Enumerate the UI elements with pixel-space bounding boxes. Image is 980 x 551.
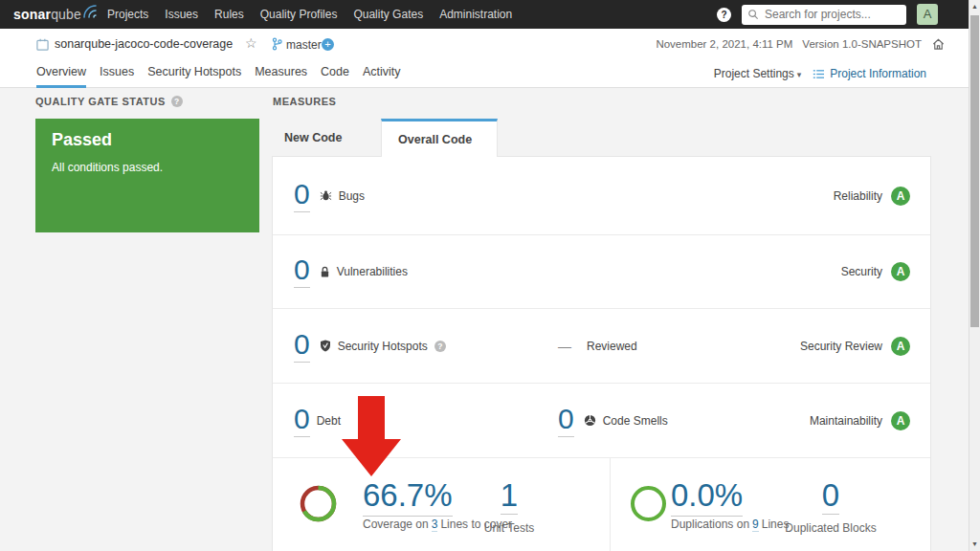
code-smells-icon xyxy=(584,414,596,427)
coverage-desc-prefix: Coverage on xyxy=(363,518,429,531)
security-review-rating: Security Review A xyxy=(800,337,910,356)
page-header: sonarqube-jacoco-code-coverage ☆ master … xyxy=(0,29,980,88)
bugs-label: Bugs xyxy=(339,189,365,203)
project-name[interactable]: sonarqube-jacoco-code-coverage xyxy=(55,37,233,51)
measure-row-security-hotspots: 0 Security Hotspots ? — Reviewed Securit… xyxy=(273,309,930,384)
tab-security-hotspots[interactable]: Security Hotspots xyxy=(147,65,241,88)
hotspots-count-link[interactable]: 0 xyxy=(294,330,310,363)
coverage-percent: 66.7% xyxy=(363,479,453,511)
tab-measures[interactable]: Measures xyxy=(255,65,307,88)
menu-projects[interactable]: Projects xyxy=(107,8,148,21)
project-tabs: Overview Issues Security Hotspots Measur… xyxy=(36,59,401,88)
top-navbar: sonarqube Projects Issues Rules Quality … xyxy=(0,0,980,29)
quality-gate-status-card: Passed All conditions passed. xyxy=(35,119,259,232)
security-review-rating-badge[interactable]: A xyxy=(891,337,910,356)
annotation-arrow-head xyxy=(342,439,401,476)
vulnerabilities-count-link[interactable]: 0 xyxy=(294,255,310,288)
branch-add-icon[interactable]: + xyxy=(322,38,334,51)
menu-quality-gates[interactable]: Quality Gates xyxy=(353,8,423,21)
maintainability-rating-badge[interactable]: A xyxy=(891,411,910,430)
unit-tests-metric: 1 Unit Tests xyxy=(476,479,543,535)
sonarqube-logo[interactable]: sonarqube xyxy=(13,0,100,29)
project-settings-label: Project Settings xyxy=(714,67,794,80)
duplications-percent-link[interactable]: 0.0% xyxy=(671,477,743,517)
code-smells-count-link[interactable]: 0 xyxy=(558,405,574,437)
reviewed-value: — xyxy=(558,339,571,354)
project-version: Version 1.0-SNAPSHOT xyxy=(802,38,922,50)
home-icon[interactable] xyxy=(931,37,946,51)
unit-tests-count-link[interactable]: 1 xyxy=(501,479,518,515)
reviewed-label: Reviewed xyxy=(587,340,637,353)
hotspots-measure: 0 Security Hotspots ? xyxy=(294,330,446,363)
scroll-down-icon[interactable]: ▼ xyxy=(969,538,980,551)
user-avatar[interactable]: A xyxy=(917,4,938,25)
project-actions: Project Settings▾ Project Information xyxy=(714,59,926,88)
coverage-percent-link[interactable]: 66.7% xyxy=(363,477,453,517)
favorite-star-icon[interactable]: ☆ xyxy=(245,35,257,51)
debt-label: Debt xyxy=(317,414,341,428)
scrollbar-thumb[interactable] xyxy=(970,15,979,327)
tab-overall-code[interactable]: Overall Code xyxy=(381,119,498,157)
brand-primary: sonar xyxy=(13,7,51,22)
reliability-rating-badge[interactable]: A xyxy=(891,187,910,206)
security-rating-badge[interactable]: A xyxy=(891,262,910,281)
hotspots-help-icon[interactable]: ? xyxy=(434,341,446,352)
duplication-lines-link[interactable]: 9 xyxy=(752,518,759,532)
security-rating: Security A xyxy=(841,262,910,281)
bugs-measure: 0 Bugs xyxy=(294,180,365,212)
quality-gate-description: All conditions passed. xyxy=(52,161,163,174)
menu-administration[interactable]: Administration xyxy=(439,8,512,21)
project-settings-dropdown[interactable]: Project Settings▾ xyxy=(714,67,802,80)
scroll-up-icon[interactable]: ▲ xyxy=(969,0,980,13)
code-smells-measure: 0 Code Smells xyxy=(558,405,668,437)
tab-activity[interactable]: Activity xyxy=(363,65,401,88)
vulnerabilities-label: Vulnerabilities xyxy=(337,265,408,278)
menu-quality-profiles[interactable]: Quality Profiles xyxy=(260,8,338,21)
maintainability-rating: Maintainability A xyxy=(810,411,910,430)
menu-rules[interactable]: Rules xyxy=(214,8,244,21)
duplicated-blocks-label: Duplicated Blocks xyxy=(778,521,883,535)
measures-section-title: MEASURES xyxy=(273,96,336,107)
list-icon xyxy=(813,69,825,79)
duplicated-blocks-metric: 0 Duplicated Blocks xyxy=(778,479,883,535)
analysis-meta: November 2, 2021, 4:11 PM Version 1.0-SN… xyxy=(656,29,946,59)
vertical-scrollbar[interactable]: ▲ ▼ xyxy=(969,0,980,551)
project-icon xyxy=(36,38,49,51)
duplications-percent: 0.0% xyxy=(671,479,743,511)
measure-row-vulnerabilities: 0 Vulnerabilities Security A xyxy=(273,235,930,309)
search-icon xyxy=(747,9,759,20)
debt-count-link[interactable]: 0 xyxy=(294,405,310,437)
quality-gate-help-icon[interactable]: ? xyxy=(171,96,183,107)
duplications-description: Duplications on9Lines xyxy=(671,518,789,531)
duplicated-blocks-count-link[interactable]: 0 xyxy=(822,479,839,515)
duplications-ring-chart xyxy=(629,484,668,523)
lock-icon xyxy=(320,266,330,278)
search-box xyxy=(742,5,906,25)
debt-measure: 0 Debt xyxy=(294,405,341,437)
chevron-down-icon: ▾ xyxy=(797,70,802,79)
quality-gate-status: Passed xyxy=(52,130,112,150)
tab-code[interactable]: Code xyxy=(321,65,349,88)
reliability-rating: Reliability A xyxy=(834,187,910,206)
hotspots-label: Security Hotspots xyxy=(338,340,428,353)
annotation-arrow-shaft xyxy=(358,396,385,440)
branch-icon xyxy=(272,37,282,51)
search-input[interactable] xyxy=(742,5,906,25)
project-information-button[interactable]: Project Information xyxy=(813,67,926,80)
breadcrumb: sonarqube-jacoco-code-coverage ☆ master … xyxy=(0,29,980,59)
lines-to-cover-link[interactable]: 3 xyxy=(432,518,438,532)
bugs-count-link[interactable]: 0 xyxy=(294,180,310,212)
measures-panel: 0 Bugs Reliability A 0 xyxy=(272,156,931,551)
tab-issues[interactable]: Issues xyxy=(100,65,134,88)
menu-issues[interactable]: Issues xyxy=(165,8,198,21)
project-information-label: Project Information xyxy=(830,67,926,80)
security-label: Security xyxy=(841,265,882,278)
measure-row-bugs: 0 Bugs Reliability A xyxy=(273,157,930,235)
tab-new-code[interactable]: New Code xyxy=(272,119,381,157)
bug-icon xyxy=(320,189,332,202)
help-icon[interactable]: ? xyxy=(717,8,731,22)
maintainability-label: Maintainability xyxy=(810,414,882,428)
quality-gate-section-title: QUALITY GATE STATUS ? xyxy=(35,96,183,107)
branch-name: master xyxy=(286,38,322,52)
tab-overview[interactable]: Overview xyxy=(36,65,86,88)
